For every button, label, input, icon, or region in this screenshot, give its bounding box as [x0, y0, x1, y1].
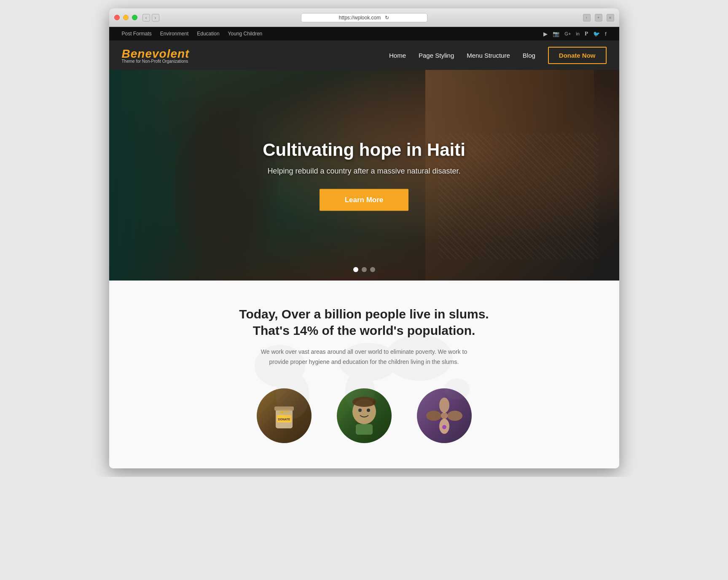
- nav-blog[interactable]: Blog: [523, 52, 535, 59]
- instagram-icon[interactable]: 📷: [553, 31, 559, 37]
- pinterest-icon[interactable]: 𝐏: [585, 30, 588, 37]
- nav-page-styling[interactable]: Page Styling: [419, 52, 454, 59]
- admin-bar: Post Formats Environment Education Young…: [109, 27, 619, 40]
- svg-point-4: [385, 334, 453, 381]
- admin-link-education[interactable]: Education: [197, 31, 219, 37]
- admin-link-environment[interactable]: Environment: [160, 31, 188, 37]
- slider-dots: [353, 267, 375, 272]
- social-icons: ▶ 📷 G+ in 𝐏 🐦 f: [543, 30, 606, 37]
- svg-point-1: [276, 372, 309, 419]
- window-controls-right: ↑ + ≡: [583, 14, 614, 21]
- sidebar-icon[interactable]: ≡: [607, 14, 614, 21]
- new-tab-icon[interactable]: +: [595, 14, 602, 21]
- youtube-icon[interactable]: ▶: [543, 31, 548, 37]
- admin-link-young-children[interactable]: Young Children: [228, 31, 263, 37]
- share-icon[interactable]: ↑: [583, 14, 591, 21]
- browser-window: ‹ › https://wplook.com ↻ ↑ + ≡ Post Form…: [109, 8, 619, 468]
- logo-text[interactable]: Benevolent: [122, 47, 190, 61]
- facebook-icon[interactable]: f: [605, 31, 607, 37]
- address-bar[interactable]: https://wplook.com ↻: [301, 13, 427, 22]
- linkedin-icon[interactable]: in: [576, 31, 580, 36]
- hero-section: Cultivating hope in Haiti Helping rebuil…: [109, 70, 619, 281]
- forward-button[interactable]: ›: [152, 14, 159, 21]
- logo-tagline: Theme for Non-Profit Organizations: [122, 59, 190, 64]
- learn-more-button[interactable]: Learn More: [320, 189, 409, 211]
- slider-dot-2[interactable]: [362, 267, 367, 272]
- minimize-button[interactable]: [123, 15, 129, 20]
- hero-subtitle: Helping rebuild a country after a massiv…: [217, 167, 512, 176]
- admin-link-post-formats[interactable]: Post Formats: [122, 31, 152, 37]
- admin-links: Post Formats Environment Education Young…: [122, 31, 263, 37]
- main-navigation: Benevolent Theme for Non-Profit Organiza…: [109, 40, 619, 70]
- window-buttons: [114, 15, 137, 20]
- title-bar: ‹ › https://wplook.com ↻ ↑ + ≡: [109, 8, 619, 27]
- nav-menu-structure[interactable]: Menu Structure: [467, 52, 510, 59]
- nav-links: Home Page Styling Menu Structure Blog Do…: [389, 47, 607, 64]
- donate-now-button[interactable]: Donate Now: [548, 47, 607, 64]
- close-button[interactable]: [114, 15, 120, 20]
- world-map-decoration: [238, 311, 491, 438]
- slider-dot-3[interactable]: [370, 267, 375, 272]
- googleplus-icon[interactable]: G+: [564, 31, 571, 36]
- refresh-icon[interactable]: ↻: [385, 15, 389, 21]
- back-button[interactable]: ‹: [142, 14, 150, 21]
- svg-point-3: [345, 370, 375, 412]
- twitter-icon[interactable]: 🐦: [593, 31, 600, 37]
- logo-container: Benevolent Theme for Non-Profit Organiza…: [122, 47, 190, 64]
- hero-title: Cultivating hope in Haiti: [217, 140, 512, 160]
- svg-point-5: [444, 379, 470, 400]
- url-text: https://wplook.com: [339, 15, 381, 21]
- browser-content: Post Formats Environment Education Young…: [109, 27, 619, 468]
- nav-home[interactable]: Home: [389, 52, 406, 59]
- maximize-button[interactable]: [132, 15, 137, 20]
- content-section: Today, Over a billion people live in slu…: [109, 281, 619, 468]
- nav-arrows: ‹ ›: [142, 14, 159, 21]
- hero-content: Cultivating hope in Haiti Helping rebuil…: [217, 140, 512, 211]
- slider-dot-1[interactable]: [353, 267, 358, 272]
